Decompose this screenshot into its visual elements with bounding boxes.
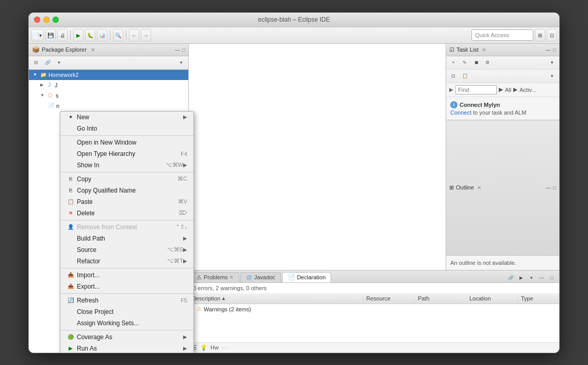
bottom-run-btn[interactable]: ▶ [516, 273, 526, 282]
save-btn[interactable]: 💾 [45, 29, 56, 41]
find-arrow-icon: ▶ [449, 87, 453, 92]
bottom-menu-btn[interactable]: ▾ [526, 273, 536, 282]
outline-icon: ⊞ [449, 184, 454, 191]
btn2-1[interactable]: ⊡ [448, 71, 459, 81]
menu-item-import[interactable]: 📥 Import... [60, 269, 193, 281]
tree-item-n[interactable]: 📄 n [29, 101, 188, 111]
minimize-button[interactable] [43, 17, 50, 23]
menu-item-open-type-hierarchy[interactable]: Open Type Hierarchy F4 [60, 148, 193, 160]
package-explorer-title: Package Explorer [42, 46, 87, 53]
task-minimize-icon[interactable]: — [546, 47, 551, 53]
link-editor-btn[interactable]: 🔗 [42, 58, 53, 67]
problems-tab-close: ✕ [230, 275, 234, 280]
export-icon: 📤 [67, 282, 75, 291]
menu-item-coverage-as[interactable]: 🟢 Coverage As ▶ [60, 331, 193, 343]
menu-item-export[interactable]: 📤 Export... [60, 281, 193, 292]
menu-item-close-project[interactable]: Close Project [60, 306, 193, 318]
forward-btn[interactable]: → [141, 29, 151, 41]
tab-problems[interactable]: ⚠ Problems ✕ [191, 272, 239, 282]
active-filter-arrow[interactable]: ▶ [513, 86, 517, 93]
toolbar-sep-1 [70, 30, 71, 40]
bottom-link-btn[interactable]: 🔗 [505, 273, 516, 282]
col-header-type[interactable]: Type [518, 294, 559, 304]
menu-item-refresh[interactable]: 🔄 Refresh F5 [60, 295, 193, 306]
menu-item-paste[interactable]: 📋 Paste ⌘V [60, 196, 193, 208]
col-header-resource[interactable]: Resource [363, 294, 415, 304]
collapse-all-btn[interactable]: ⊟ [31, 58, 41, 67]
outline-title: Outline [456, 184, 474, 191]
back-btn[interactable]: ← [129, 29, 139, 41]
quick-access-field[interactable]: Quick Access [471, 29, 533, 41]
menu-item-assign-working-sets[interactable]: Assign Working Sets... [60, 318, 193, 329]
perspective-btn[interactable]: ⊞ [535, 29, 545, 41]
panel-menu-btn[interactable]: ▾ [176, 58, 186, 67]
print-btn[interactable]: 🖨 [57, 29, 68, 41]
menu-item-refactor[interactable]: Refactor ⌥⌘T ▶ [60, 256, 193, 267]
statusbar-icon-2: 💡 [200, 344, 207, 351]
connect-link[interactable]: Connect [450, 109, 471, 116]
menu-item-go-into[interactable]: Go Into [60, 123, 193, 134]
outline-message: An outline is not available. [446, 256, 559, 270]
col-header-description[interactable]: Description ▲ [189, 294, 363, 304]
maximize-panel-icon[interactable]: □ [182, 47, 185, 53]
debug-btn[interactable]: 🐛 [85, 29, 95, 41]
col-header-path[interactable]: Path [415, 294, 466, 304]
bottom-minimize-btn[interactable]: — [536, 273, 547, 282]
active-filter-label: Activ... [519, 87, 536, 93]
menu-item-new[interactable]: ✦ New ▶ [60, 112, 193, 123]
outline-minimize-icon[interactable]: — [546, 185, 551, 191]
menu-item-copy[interactable]: ⎘ Copy ⌘C [60, 173, 193, 185]
layout-btn[interactable]: ⊡ [547, 29, 557, 41]
menu-sep-1 [60, 135, 193, 136]
menu-sep-4 [60, 268, 193, 268]
tab-javadoc[interactable]: @ Javadoc [240, 272, 281, 282]
menu-item-open-new-window[interactable]: Open in New Window [60, 137, 193, 148]
task-maximize-icon[interactable]: □ [553, 47, 556, 53]
tree-item-homework2[interactable]: ▼ 📁 Homework2 [29, 70, 188, 80]
task-list-title: Task List [456, 46, 479, 53]
search-btn[interactable]: 🔍 [113, 29, 123, 41]
statusbar: ☰ 💡 Hw ·· · [189, 342, 559, 353]
task-settings-btn[interactable]: ⚙ [482, 58, 493, 67]
btn2-3[interactable]: ▾ [547, 71, 557, 81]
main-area: 📦 Package Explorer ✕ — □ ⊟ 🔗 ▾ ▾ ▼ 📁 [29, 44, 559, 353]
connect-mylyn-box: i Connect Mylyn Connect to your task and… [446, 97, 559, 120]
outline-maximize-icon[interactable]: □ [553, 185, 556, 191]
menu-item-build-path[interactable]: Build Path ▶ [60, 233, 193, 244]
new-btn[interactable]: 📄▾ [31, 29, 44, 41]
menu-item-show-in[interactable]: Show In ⌥⌘W ▶ [60, 160, 193, 171]
tab-declaration[interactable]: 📄 Declaration [282, 272, 332, 282]
warning-icon: ⚠ [197, 306, 202, 312]
tree-item-j[interactable]: ▶ J J [29, 80, 188, 90]
btn2-2[interactable]: 📋 [460, 71, 470, 81]
edit-task-btn[interactable]: ✎ [460, 58, 470, 67]
menu-item-copy-qualified[interactable]: ⎘ Copy Qualified Name [60, 185, 193, 196]
run-btn[interactable]: ▶ [73, 29, 84, 41]
find-input[interactable] [455, 85, 497, 94]
warnings-group[interactable]: ▶ ⚠ Warnings (2 items) [189, 304, 559, 314]
minimize-panel-icon[interactable]: — [175, 47, 180, 53]
tree-item-s[interactable]: ▼ ⬡ s [29, 90, 188, 101]
tabs-bar: ⚠ Problems ✕ @ Javadoc 📄 Declaration 🔗 ▶ [189, 271, 559, 283]
new-task-btn[interactable]: + [448, 58, 459, 67]
menu-item-source[interactable]: Source ⌥⌘S ▶ [60, 244, 193, 256]
view-menu-btn[interactable]: ▾ [54, 58, 64, 67]
bottom-maximize-btn[interactable]: □ [547, 273, 557, 282]
menu-item-run-as[interactable]: ▶ Run As ▶ [60, 343, 193, 353]
main-toolbar: 📄▾ 💾 🖨 ▶ 🐛 📊 🔍 ← → Quick Access ⊞ ⊡ [29, 27, 559, 44]
bottom-panel: ⚠ Problems ✕ @ Javadoc 📄 Declaration 🔗 ▶ [189, 270, 559, 353]
close-button[interactable] [34, 17, 40, 23]
deactivate-btn[interactable]: ⏹ [471, 58, 481, 67]
col-header-location[interactable]: Location [466, 294, 518, 304]
new-menu-icon: ✦ [67, 113, 75, 121]
all-filter[interactable]: ▶ [499, 86, 503, 93]
menu-item-delete[interactable]: ✕ Delete ⌦ [60, 208, 193, 219]
task-menu-btn[interactable]: ▾ [547, 58, 557, 67]
package-explorer-header: 📦 Package Explorer ✕ — □ [29, 44, 188, 56]
maximize-button[interactable] [53, 17, 59, 23]
all-filter-label: All [505, 87, 511, 93]
go-into-icon [67, 124, 75, 133]
coverage-btn[interactable]: 📊 [97, 29, 107, 41]
package-explorer-toolbar: ⊟ 🔗 ▾ ▾ [29, 56, 188, 70]
statusbar-dots: ·· · [222, 344, 228, 351]
